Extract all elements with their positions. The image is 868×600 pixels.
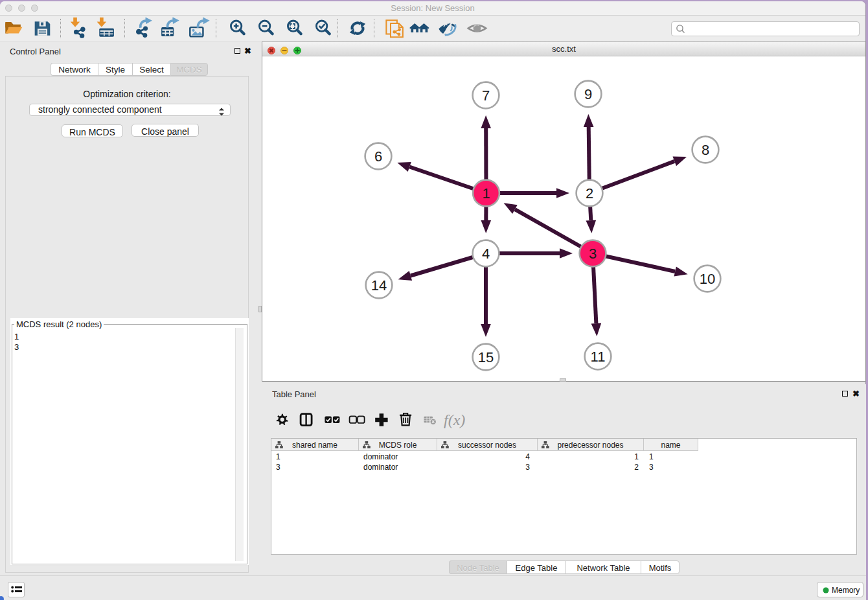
svg-text:15: 15 [478, 349, 494, 365]
svg-text:f(x): f(x) [444, 411, 465, 428]
svg-text:8: 8 [702, 142, 709, 158]
svg-text:6: 6 [374, 148, 382, 165]
svg-text:3: 3 [589, 246, 597, 262]
svg-text:9: 9 [584, 86, 592, 102]
svg-text:11: 11 [591, 349, 606, 365]
svg-text:2: 2 [586, 185, 593, 202]
svg-text:10: 10 [700, 271, 715, 287]
svg-text:7: 7 [482, 87, 490, 104]
svg-text:14: 14 [371, 277, 387, 294]
svg-text:4: 4 [482, 246, 490, 262]
svg-text:1: 1 [482, 185, 490, 202]
